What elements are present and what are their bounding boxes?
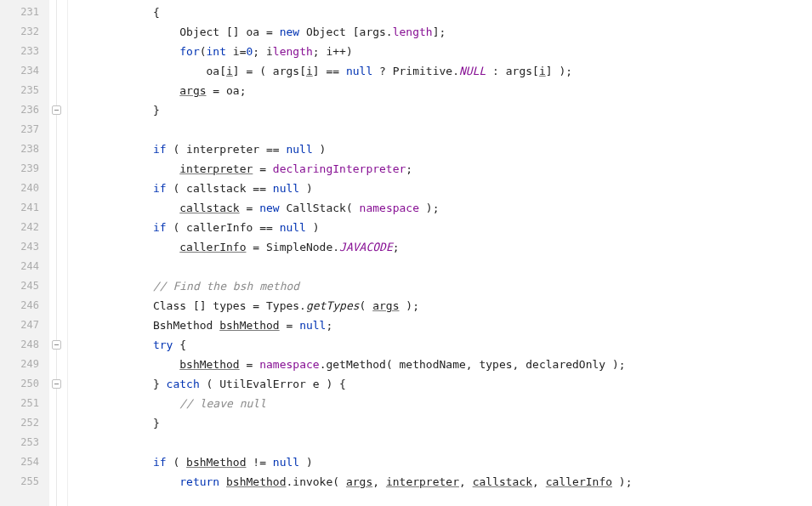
line-number[interactable]: 247	[0, 316, 49, 335]
token: )	[313, 143, 327, 156]
token: null	[286, 143, 312, 156]
token: ( interpreter ==	[167, 143, 287, 156]
line-number[interactable]: 238	[0, 139, 49, 159]
line-number[interactable]: 239	[0, 159, 49, 179]
token: catch	[167, 378, 200, 390]
token: interpreter	[179, 162, 253, 175]
code-line[interactable]	[68, 257, 812, 276]
code-line[interactable]: if ( callerInfo == null )	[68, 218, 812, 237]
token: );	[400, 299, 419, 312]
code-line[interactable]	[68, 433, 812, 452]
line-number[interactable]: 249	[0, 355, 49, 374]
token: (	[200, 45, 207, 58]
line-number[interactable]: 242	[0, 218, 49, 237]
token: }	[153, 378, 167, 390]
code-line[interactable]: if ( interpreter == null )	[68, 139, 812, 159]
code-line[interactable]: return bshMethod.invoke( args, interpret…	[68, 472, 812, 492]
token: = SimpleNode.	[247, 241, 340, 253]
line-number[interactable]: 245	[0, 276, 49, 296]
fold-handle-icon[interactable]	[52, 105, 61, 115]
gutter: 2312322332342352362372382392402412422432…	[0, 0, 49, 506]
token: ,	[532, 475, 546, 488]
token: ];	[433, 26, 446, 38]
code-line[interactable]	[68, 120, 812, 139]
code-line[interactable]: callerInfo = SimpleNode.JAVACODE;	[68, 237, 812, 257]
line-number[interactable]: 243	[0, 237, 49, 257]
token: callstack	[473, 475, 532, 488]
code-line[interactable]: }	[68, 413, 812, 433]
line-number[interactable]: 231	[0, 3, 49, 22]
token: if	[153, 221, 167, 234]
token: // Find the bsh method	[153, 280, 299, 293]
line-number[interactable]: 252	[0, 413, 49, 433]
code-line[interactable]: oa[i] = ( args[i] == null ? Primitive.NU…	[68, 61, 812, 81]
code-line[interactable]: try {	[68, 335, 812, 355]
line-number[interactable]: 234	[0, 61, 49, 81]
line-number[interactable]: 244	[0, 257, 49, 276]
token: try	[153, 338, 173, 351]
token: callerInfo	[179, 241, 246, 253]
code-line[interactable]: callstack = new CallStack( namespace );	[68, 198, 812, 218]
token: }	[153, 104, 160, 117]
code-line[interactable]: // Find the bsh method	[68, 276, 812, 296]
token: null	[273, 456, 299, 469]
token: for	[179, 45, 199, 58]
line-number[interactable]: 241	[0, 198, 49, 218]
code-line[interactable]: if ( bshMethod != null )	[68, 452, 812, 472]
line-number[interactable]: 255	[0, 472, 49, 492]
line-number[interactable]: 235	[0, 81, 49, 100]
token: .getMethod( methodName, types, declaredO…	[320, 358, 626, 371]
line-number[interactable]: 233	[0, 42, 49, 61]
token: )	[299, 182, 313, 195]
line-number[interactable]: 254	[0, 452, 49, 472]
code-line[interactable]: interpreter = declaringInterpreter;	[68, 159, 812, 179]
line-number[interactable]: 251	[0, 394, 49, 413]
token: Object [args.	[299, 26, 393, 38]
line-number[interactable]: 236	[0, 100, 49, 120]
line-number[interactable]: 248	[0, 335, 49, 355]
code-line[interactable]: // leave null	[68, 394, 812, 413]
token: Object [] oa =	[179, 26, 279, 38]
code-line[interactable]: {	[68, 3, 812, 22]
token: declaringInterpreter	[273, 162, 406, 175]
token: bshMethod	[226, 475, 286, 488]
code-line[interactable]: } catch ( UtilEvalError e ) {	[68, 374, 812, 394]
token: .invoke(	[286, 475, 345, 488]
fold-handle-icon[interactable]	[52, 379, 61, 389]
token: }	[153, 417, 160, 429]
code-line[interactable]: Object [] oa = new Object [args.length];	[68, 22, 812, 42]
token: ,	[459, 475, 473, 488]
token: =	[240, 202, 259, 214]
token: ( callerInfo ==	[167, 221, 280, 234]
line-number[interactable]: 237	[0, 120, 49, 139]
fold-handle-icon[interactable]	[52, 340, 61, 350]
token: =	[280, 319, 299, 332]
code-line[interactable]: Class [] types = Types.getTypes( args );	[68, 296, 812, 316]
token: )	[306, 221, 320, 234]
code-line[interactable]: for(int i=0; ilength; i++)	[68, 42, 812, 61]
line-number[interactable]: 250	[0, 374, 49, 394]
token: getTypes	[306, 299, 360, 312]
line-number[interactable]: 240	[0, 179, 49, 198]
token: ;	[406, 162, 412, 175]
token: (	[167, 456, 186, 469]
line-number[interactable]: 246	[0, 296, 49, 316]
code-line[interactable]: args = oa;	[68, 81, 812, 100]
token: ;	[393, 241, 400, 253]
token: if	[153, 456, 167, 469]
token: // leave null	[179, 397, 266, 410]
line-number[interactable]: 253	[0, 433, 49, 452]
token: ? Primitive.	[372, 65, 459, 77]
code-line[interactable]: }	[68, 100, 812, 120]
token: length	[393, 26, 433, 38]
code-line[interactable]: BshMethod bshMethod = null;	[68, 316, 812, 335]
token: ] = ( args[	[233, 65, 306, 77]
code-area[interactable]: { Object [] oa = new Object [args.length…	[68, 0, 812, 506]
code-line[interactable]: if ( callstack == null )	[68, 179, 812, 198]
token: args	[372, 299, 399, 312]
code-line[interactable]: bshMethod = namespace.getMethod( methodN…	[68, 355, 812, 374]
token: args	[346, 475, 372, 488]
line-number[interactable]: 232	[0, 22, 49, 42]
fold-line	[56, 0, 57, 506]
token: )	[299, 456, 313, 469]
